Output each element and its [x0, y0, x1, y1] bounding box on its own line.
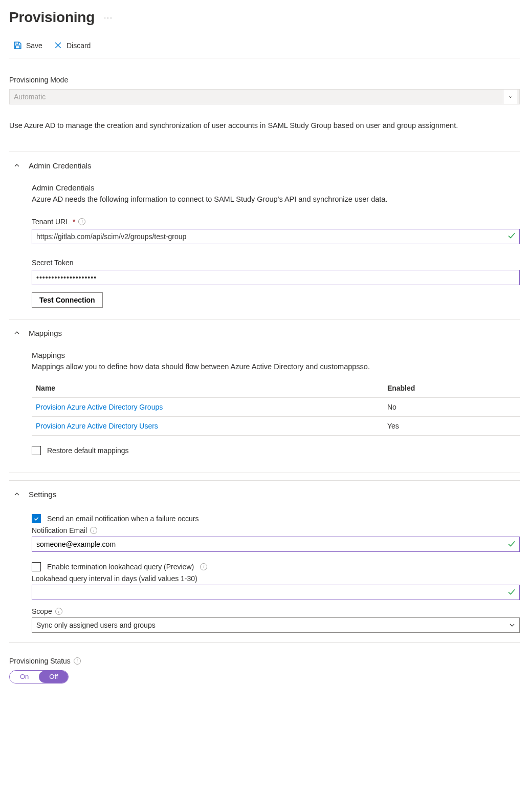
- admin-credentials-heading: Admin Credentials: [32, 183, 520, 192]
- admin-credentials-title: Admin Credentials: [29, 161, 92, 170]
- discard-button[interactable]: Discard: [54, 41, 91, 50]
- mapping-link-groups[interactable]: Provision Azure Active Directory Groups: [36, 403, 163, 411]
- settings-expander[interactable]: Settings: [9, 481, 520, 499]
- info-icon[interactable]: i: [78, 218, 85, 225]
- scope-value: Sync only assigned users and groups: [36, 621, 156, 629]
- mappings-expander[interactable]: Mappings: [9, 319, 520, 337]
- command-bar: Save Discard: [9, 39, 520, 58]
- info-icon[interactable]: i: [74, 657, 81, 665]
- page-title: Provisioning: [9, 9, 95, 26]
- mappings-heading: Mappings: [32, 351, 520, 359]
- notification-email-label: Notification Email: [32, 526, 87, 535]
- scope-select[interactable]: Sync only assigned users and groups: [32, 617, 520, 633]
- mapping-enabled: Yes: [383, 416, 520, 435]
- mappings-description: Mappings allow you to define how data sh…: [32, 362, 520, 371]
- chevron-up-icon: [13, 329, 20, 336]
- admin-credentials-expander[interactable]: Admin Credentials: [9, 152, 520, 170]
- chevron-up-icon: [13, 162, 20, 169]
- close-icon: [54, 41, 62, 50]
- chevron-down-icon: [503, 90, 517, 104]
- notification-email-input[interactable]: [32, 537, 520, 552]
- email-notify-label: Send an email notification when a failur…: [47, 515, 199, 523]
- provisioning-mode-value: Automatic: [14, 93, 46, 101]
- check-icon: [508, 588, 516, 596]
- mappings-table: Name Enabled Provision Azure Active Dire…: [32, 380, 520, 436]
- chevron-up-icon: [13, 490, 20, 498]
- tenant-url-input[interactable]: [32, 229, 520, 244]
- check-icon: [508, 232, 516, 240]
- table-row: Provision Azure Active Directory Groups …: [32, 397, 520, 416]
- info-icon[interactable]: i: [90, 527, 97, 534]
- lookahead-interval-label: Lookahead query interval in days (valid …: [32, 574, 197, 583]
- scope-label: Scope: [32, 607, 52, 615]
- settings-title: Settings: [29, 490, 56, 499]
- termination-lookahead-label: Enable termination lookahead query (Prev…: [47, 563, 194, 571]
- col-enabled: Enabled: [383, 380, 520, 398]
- provisioning-mode-description: Use Azure AD to manage the creation and …: [9, 120, 520, 132]
- info-icon[interactable]: i: [200, 563, 207, 570]
- toggle-off[interactable]: Off: [39, 671, 68, 683]
- mapping-link-users[interactable]: Provision Azure Active Directory Users: [36, 422, 158, 430]
- save-button[interactable]: Save: [13, 41, 42, 50]
- table-row: Provision Azure Active Directory Users Y…: [32, 416, 520, 435]
- check-icon: [508, 540, 516, 548]
- admin-credentials-description: Azure AD needs the following information…: [32, 195, 520, 203]
- provisioning-mode-select[interactable]: Automatic: [9, 89, 520, 104]
- lookahead-interval-input[interactable]: [32, 585, 520, 600]
- termination-lookahead-checkbox[interactable]: [32, 562, 41, 571]
- more-icon[interactable]: ···: [104, 13, 113, 22]
- col-name: Name: [32, 380, 383, 398]
- toggle-on[interactable]: On: [10, 671, 39, 683]
- chevron-down-icon: [509, 622, 515, 628]
- info-icon[interactable]: i: [55, 608, 62, 615]
- discard-label: Discard: [67, 41, 91, 50]
- mapping-enabled: No: [383, 397, 520, 416]
- save-icon: [13, 41, 22, 50]
- test-connection-button[interactable]: Test Connection: [32, 292, 103, 308]
- tenant-url-label: Tenant URL: [32, 218, 70, 226]
- mappings-title: Mappings: [29, 329, 62, 337]
- provisioning-status-toggle[interactable]: On Off: [9, 670, 69, 683]
- required-star: *: [73, 218, 75, 226]
- provisioning-mode-label: Provisioning Mode: [9, 76, 520, 84]
- secret-token-input[interactable]: [32, 270, 520, 285]
- restore-defaults-label: Restore default mappings: [47, 446, 129, 455]
- restore-defaults-checkbox[interactable]: [32, 446, 41, 455]
- save-label: Save: [26, 41, 42, 50]
- secret-token-label: Secret Token: [32, 259, 73, 267]
- email-notify-checkbox[interactable]: [32, 514, 41, 523]
- provisioning-status-label: Provisioning Status: [9, 657, 71, 665]
